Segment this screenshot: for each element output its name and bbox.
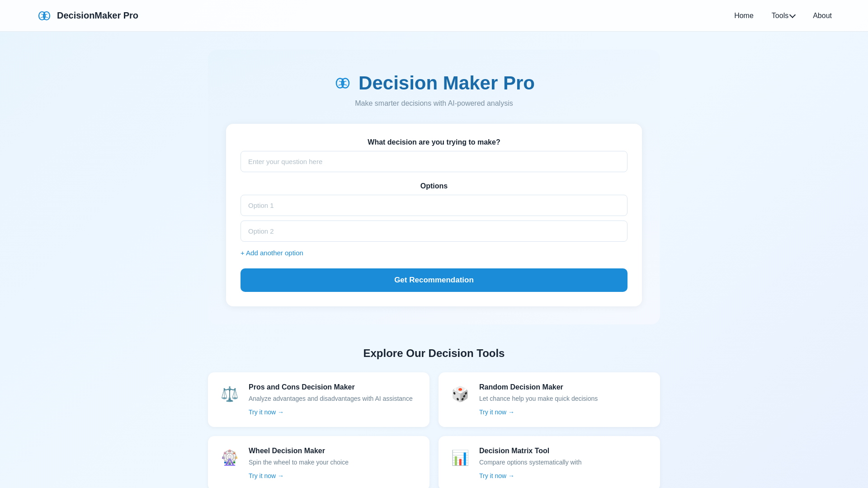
about-link[interactable]: About — [813, 12, 832, 20]
random-link[interactable]: Try it now → — [479, 408, 514, 416]
option1-input[interactable] — [241, 195, 627, 216]
matrix-desc: Compare options systematically with — [479, 458, 649, 467]
matrix-link[interactable]: Try it now → — [479, 472, 514, 479]
pros-cons-title: Pros and Cons Decision Maker — [249, 383, 419, 391]
add-option-button[interactable]: + Add another option — [241, 247, 303, 258]
tools-link[interactable]: Tools — [772, 12, 795, 20]
pros-cons-desc: Analyze advantages and disadvantages wit… — [249, 394, 419, 404]
random-desc: Let chance help you make quick decisions — [479, 394, 649, 404]
main-content: Decision Maker Pro Make smarter decision… — [199, 32, 669, 488]
random-icon: 🎲 — [449, 383, 471, 405]
wheel-link[interactable]: Try it now → — [249, 472, 284, 479]
wheel-desc: Spin the wheel to make your choice — [249, 458, 419, 467]
home-link[interactable]: Home — [734, 12, 754, 20]
pros-cons-icon: ⚖️ — [219, 383, 241, 405]
tool-card-random: 🎲 Random Decision Maker Let chance help … — [439, 372, 660, 427]
matrix-icon: 📊 — [449, 447, 471, 469]
random-title: Random Decision Maker — [479, 383, 649, 391]
wheel-title: Wheel Decision Maker — [249, 447, 419, 455]
logo-text: DecisionMaker Pro — [57, 10, 138, 21]
question-label: What decision are you trying to make? — [241, 138, 627, 146]
question-input[interactable] — [241, 151, 627, 172]
tools-grid: ⚖️ Pros and Cons Decision Maker Analyze … — [208, 372, 660, 488]
hero-subtitle: Make smarter decisions with AI-powered a… — [226, 99, 642, 108]
wheel-icon: 🎡 — [219, 447, 241, 469]
explore-title: Explore Our Decision Tools — [208, 347, 660, 360]
hero-section: Decision Maker Pro Make smarter decision… — [208, 50, 660, 324]
explore-section: Explore Our Decision Tools ⚖️ Pros and C… — [208, 347, 660, 488]
logo[interactable]: DecisionMaker Pro — [36, 8, 138, 24]
matrix-title: Decision Matrix Tool — [479, 447, 649, 455]
tool-card-pros-cons: ⚖️ Pros and Cons Decision Maker Analyze … — [208, 372, 429, 427]
get-recommendation-button[interactable]: Get Recommendation — [241, 268, 627, 292]
tool-card-wheel: 🎡 Wheel Decision Maker Spin the wheel to… — [208, 436, 429, 488]
pros-cons-link[interactable]: Try it now → — [249, 408, 284, 416]
navbar: DecisionMaker Pro Home Tools About — [0, 0, 868, 32]
decision-form-card: What decision are you trying to make? Op… — [226, 124, 642, 306]
hero-title: Decision Maker Pro — [226, 72, 642, 94]
logo-icon — [36, 8, 52, 24]
options-label: Options — [241, 182, 627, 190]
option2-input[interactable] — [241, 221, 627, 242]
hero-brain-icon — [333, 74, 352, 93]
nav-links: Home Tools About — [734, 12, 832, 20]
options-list — [241, 195, 627, 242]
tools-chevron-icon — [789, 12, 796, 18]
tool-card-matrix: 📊 Decision Matrix Tool Compare options s… — [439, 436, 660, 488]
